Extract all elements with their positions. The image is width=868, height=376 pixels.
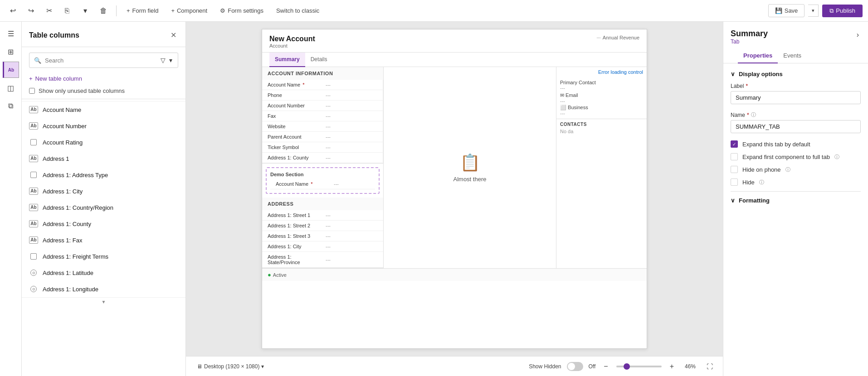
list-item[interactable]: Ab Address 1: [22, 150, 185, 167]
primary-contact-value: ---: [560, 85, 643, 91]
toggle-knob: [568, 363, 575, 370]
nav-grid[interactable]: ⊞: [3, 43, 19, 60]
new-table-column-button[interactable]: + New table column: [29, 75, 82, 82]
show-unused-label[interactable]: Show only unused table columns: [39, 87, 125, 94]
center-canvas: New Account Account ··· Annual Revenue S…: [186, 22, 723, 376]
device-selector: 🖥 Desktop (1920 × 1080) ▾: [193, 362, 268, 371]
fit-screen-button[interactable]: ⛶: [704, 362, 716, 371]
name-info-icon: ⓘ: [751, 111, 756, 118]
tab-details[interactable]: Details: [305, 53, 333, 67]
formatting-header[interactable]: ∨ Formatting: [731, 197, 861, 204]
save-dropdown-button[interactable]: ▾: [808, 5, 819, 17]
expand-tab-checkbox[interactable]: ✓: [731, 140, 738, 148]
expand-full-info-icon: ⓘ: [834, 154, 839, 160]
hide-checkbox[interactable]: [731, 178, 738, 186]
chevron-right-icon: ∨: [731, 197, 735, 204]
form-field-phone: Phone ---: [262, 90, 383, 101]
save-button[interactable]: 💾 Save: [768, 4, 805, 17]
name-input[interactable]: [731, 120, 861, 133]
zoom-slider[interactable]: [616, 366, 662, 367]
undo-button[interactable]: ↩: [5, 4, 20, 18]
canvas-wrapper[interactable]: New Account Account ··· Annual Revenue S…: [186, 22, 723, 356]
formatting-section: ∨ Formatting: [731, 191, 861, 204]
zoom-in-button[interactable]: +: [667, 362, 677, 371]
list-item[interactable]: Address 1: Freight Terms: [22, 248, 185, 265]
name-required: *: [747, 112, 749, 118]
chevron-down-icon: ∨: [731, 71, 735, 77]
list-item[interactable]: Ab Address 1: County: [22, 216, 185, 232]
save-icon: 💾: [775, 7, 782, 14]
form-settings-button[interactable]: ⚙ Form settings: [215, 5, 268, 17]
list-item[interactable]: Ab Address 1: Country/Region: [22, 199, 185, 216]
expand-full-label: Expand first component to full tab: [742, 154, 830, 160]
panel-close-button[interactable]: ✕: [169, 29, 178, 41]
demo-section: Demo Section Account Name * ---: [266, 167, 380, 194]
copy-button[interactable]: ⎘: [60, 4, 74, 18]
col-type-icon: ⊙: [29, 268, 38, 277]
tab-events[interactable]: Events: [778, 48, 807, 63]
canvas-bottom-bar: 🖥 Desktop (1920 × 1080) ▾ Show Hidden Of…: [186, 356, 723, 376]
col-type-icon: Ab: [29, 154, 38, 163]
error-loading-link[interactable]: Error loading control: [556, 67, 647, 77]
delete-button[interactable]: 🗑: [96, 4, 111, 18]
sort-dropdown-button[interactable]: ▾: [168, 56, 173, 65]
redo-button[interactable]: ↪: [24, 4, 38, 18]
columns-list: Ab Account Name Ab Account Number Accoun…: [22, 99, 185, 376]
right-panel-title-col: Summary Tab Properties Events: [731, 29, 814, 63]
list-item[interactable]: ⊙ Address 1: Latitude: [22, 265, 185, 281]
label-input[interactable]: [731, 91, 861, 104]
component-button[interactable]: + Component: [166, 5, 212, 17]
col-type-icon: Ab: [29, 187, 38, 196]
zoom-out-button[interactable]: −: [601, 362, 610, 371]
list-item[interactable]: Ab Address 1: Fax: [22, 232, 185, 248]
form-preview: New Account Account ··· Annual Revenue S…: [262, 29, 647, 349]
search-input[interactable]: [45, 57, 156, 64]
paste-dropdown-button[interactable]: ▾: [78, 4, 93, 18]
nav-layout[interactable]: ◫: [3, 80, 19, 96]
show-unused-checkbox[interactable]: [29, 88, 35, 94]
col-type-icon: Ab: [29, 219, 38, 228]
publish-button[interactable]: ⧉ Publish: [822, 5, 863, 17]
demo-section-title: Demo Section: [270, 172, 375, 177]
col-name: Address 1: [43, 155, 69, 162]
col-type-icon: Ab: [29, 121, 38, 130]
switch-classic-button[interactable]: Switch to classic: [272, 5, 324, 17]
device-dropdown-icon: ▾: [261, 363, 264, 370]
form-field-button[interactable]: + Form field: [122, 5, 163, 17]
right-panel-title-row: Summary: [731, 29, 814, 39]
list-item[interactable]: Ab Address 1: City: [22, 183, 185, 199]
form-field-parent-account: Parent Account ---: [262, 132, 383, 142]
cut-button[interactable]: ✂: [42, 4, 56, 18]
address-header: ADDRESS: [262, 198, 383, 210]
desktop-icon: 🖥: [197, 363, 202, 370]
search-actions: ▽ ▾: [160, 56, 173, 65]
list-item[interactable]: Ab Account Name: [22, 101, 185, 118]
email-label: ✉ Email: [560, 92, 643, 98]
tab-properties[interactable]: Properties: [738, 48, 778, 63]
account-info-columns: Account Name * --- Phone --- Account Num…: [262, 80, 383, 163]
nav-hamburger[interactable]: ☰: [3, 25, 19, 42]
hide-phone-checkbox[interactable]: [731, 166, 738, 173]
list-item[interactable]: Account Rating: [22, 134, 185, 150]
email-value: ---: [560, 98, 643, 104]
nav-fields[interactable]: Ab: [3, 62, 19, 78]
col-type-icon: ⊙: [29, 284, 38, 294]
expand-full-checkbox[interactable]: [731, 153, 738, 160]
search-bar: 🔍 ▽ ▾: [29, 53, 178, 68]
display-options-header[interactable]: ∨ Display options: [731, 71, 861, 77]
filter-button[interactable]: ▽: [160, 56, 166, 65]
expand-tab-label: Expand this tab by default: [742, 141, 810, 148]
tab-summary[interactable]: Summary: [269, 53, 305, 67]
search-icon: 🔍: [34, 57, 41, 64]
show-hidden-label: Show Hidden: [529, 363, 561, 370]
list-item[interactable]: Ab Account Number: [22, 118, 185, 134]
list-item[interactable]: ⊙ Address 1: Longitude: [22, 281, 185, 297]
right-panel-subtitle: Tab: [731, 39, 814, 48]
show-unused-row: Show only unused table columns: [22, 86, 185, 99]
nav-components[interactable]: ⧉: [3, 98, 19, 114]
device-button[interactable]: 🖥 Desktop (1920 × 1080) ▾: [193, 362, 268, 371]
list-item[interactable]: Address 1: Address Type: [22, 167, 185, 183]
show-hidden-toggle[interactable]: [567, 362, 583, 371]
right-panel-expand-button[interactable]: ›: [855, 29, 861, 41]
name-field-group: Name * ⓘ: [731, 111, 861, 133]
